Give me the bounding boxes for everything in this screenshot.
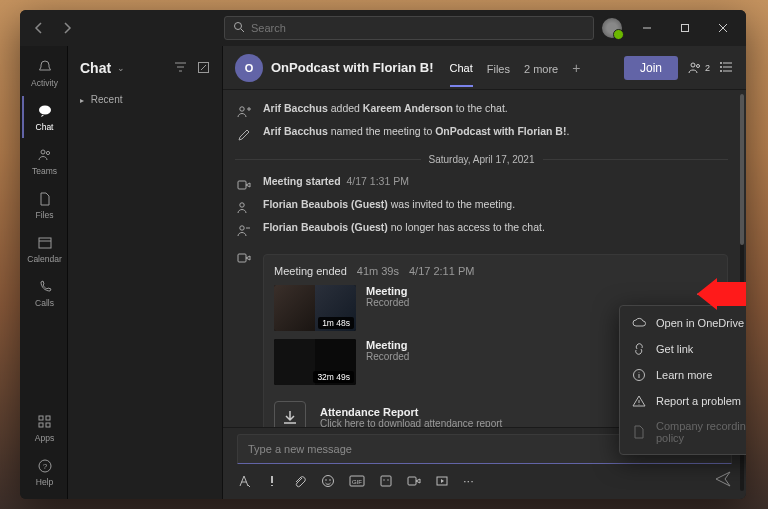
chevron-right-icon: ▸: [80, 96, 84, 105]
video-icon: [235, 249, 253, 267]
search-box[interactable]: [224, 16, 594, 40]
more-actions-icon[interactable]: ···: [463, 473, 474, 488]
ctx-get-link[interactable]: Get link: [620, 336, 746, 362]
send-button[interactable]: [714, 470, 732, 491]
stream-icon[interactable]: [435, 474, 449, 488]
svg-text:?: ?: [42, 462, 47, 471]
svg-rect-32: [408, 477, 416, 485]
recent-header[interactable]: ▸ Recent: [68, 90, 222, 109]
rail-calendar[interactable]: Calendar: [22, 228, 66, 270]
app-rail: Activity Chat Teams Files Calendar Calls: [20, 46, 68, 499]
format-icon[interactable]: [237, 474, 251, 488]
rail-apps[interactable]: Apps: [22, 407, 66, 449]
rail-label: Activity: [31, 78, 58, 88]
svg-point-30: [383, 479, 384, 480]
minimize-button[interactable]: [632, 14, 662, 42]
ctx-learn-more[interactable]: Learn more: [620, 362, 746, 388]
svg-rect-29: [381, 476, 391, 486]
rail-chat[interactable]: Chat: [22, 96, 66, 138]
calendar-icon: [36, 234, 54, 252]
svg-point-24: [323, 475, 334, 486]
nav-back-button[interactable]: [28, 17, 50, 39]
bell-icon: [36, 58, 54, 76]
svg-point-15: [720, 62, 722, 64]
context-menu: Open in OneDrive Get link Learn more Rep…: [619, 305, 746, 455]
svg-point-0: [235, 23, 242, 30]
duration-badge: 32m 49s: [313, 371, 354, 383]
attendance-sub: Click here to download attendance report: [320, 418, 502, 428]
recording-thumbnail: 1m 48s: [274, 285, 356, 331]
phone-icon: [36, 278, 54, 296]
help-icon: ?: [36, 457, 54, 475]
attach-icon[interactable]: [293, 474, 307, 488]
svg-rect-8: [39, 423, 43, 427]
rail-activity[interactable]: Activity: [22, 52, 66, 94]
rail-label: Help: [36, 477, 53, 487]
svg-point-17: [720, 70, 722, 72]
ctx-open-onedrive[interactable]: Open in OneDrive: [620, 310, 746, 336]
download-icon: [274, 401, 306, 427]
attendance-title: Attendance Report: [320, 406, 502, 418]
system-message: Arif Bacchus named the meeting to OnPodc…: [235, 125, 728, 144]
rail-teams[interactable]: Teams: [22, 140, 66, 182]
close-button[interactable]: [708, 14, 738, 42]
svg-point-26: [329, 479, 331, 481]
apps-icon: [36, 413, 54, 431]
compose-icon[interactable]: [197, 61, 210, 76]
recording-name: Meeting: [366, 285, 680, 297]
svg-point-4: [46, 151, 49, 154]
svg-rect-7: [46, 416, 50, 420]
rail-calls[interactable]: Calls: [22, 272, 66, 314]
video-icon: [235, 176, 253, 194]
join-button[interactable]: Join: [624, 56, 678, 80]
link-icon: [632, 342, 646, 356]
meeting-duration: 41m 39s: [357, 265, 399, 277]
svg-rect-6: [39, 416, 43, 420]
chevron-down-icon[interactable]: ⌄: [117, 63, 125, 73]
profile-avatar[interactable]: [600, 16, 624, 40]
filter-icon[interactable]: [174, 61, 187, 76]
rail-help[interactable]: ? Help: [22, 451, 66, 493]
search-input[interactable]: [251, 22, 585, 34]
meeting-ended-label: Meeting ended: [274, 265, 347, 277]
svg-point-3: [41, 150, 45, 154]
sticker-icon[interactable]: [379, 474, 393, 488]
svg-point-21: [240, 226, 244, 230]
person-add-icon: [235, 199, 253, 217]
scrollbar-thumb[interactable]: [740, 94, 744, 245]
duration-badge: 1m 48s: [318, 317, 354, 329]
svg-rect-19: [238, 181, 246, 189]
rail-label: Teams: [32, 166, 57, 176]
meet-now-icon[interactable]: [407, 474, 421, 488]
tab-more[interactable]: 2 more: [524, 50, 558, 86]
tab-files[interactable]: Files: [487, 50, 510, 86]
chat-title: OnPodcast with Florian B!: [271, 60, 434, 75]
svg-text:GIF: GIF: [352, 479, 362, 485]
person-remove-icon: [235, 222, 253, 240]
chat-list-panel: Chat ⌄ ▸ Recent: [68, 46, 223, 499]
maximize-button[interactable]: [670, 14, 700, 42]
system-message: Florian Beaubois (Guest) was invited to …: [235, 198, 728, 217]
people-icon: [688, 61, 702, 75]
add-tab-button[interactable]: +: [572, 60, 580, 76]
svg-rect-5: [39, 238, 51, 248]
people-count[interactable]: 2: [688, 61, 710, 75]
gif-icon[interactable]: GIF: [349, 474, 365, 488]
warning-icon: [632, 394, 646, 408]
cloud-icon: [632, 316, 646, 330]
ctx-report-problem[interactable]: Report a problem: [620, 388, 746, 414]
emoji-icon[interactable]: [321, 474, 335, 488]
priority-icon[interactable]: [265, 474, 279, 488]
rail-label: Apps: [35, 433, 54, 443]
rail-label: Calls: [35, 298, 54, 308]
search-icon: [233, 21, 245, 35]
nav-forward-button[interactable]: [56, 17, 78, 39]
system-message: Florian Beaubois (Guest) no longer has a…: [235, 221, 728, 240]
list-view-icon[interactable]: [720, 60, 734, 76]
svg-rect-1: [682, 25, 689, 32]
svg-point-16: [720, 66, 722, 68]
tab-chat[interactable]: Chat: [450, 49, 473, 87]
ctx-policy: Company recording policy: [620, 414, 746, 450]
svg-point-13: [691, 63, 695, 67]
rail-files[interactable]: Files: [22, 184, 66, 226]
